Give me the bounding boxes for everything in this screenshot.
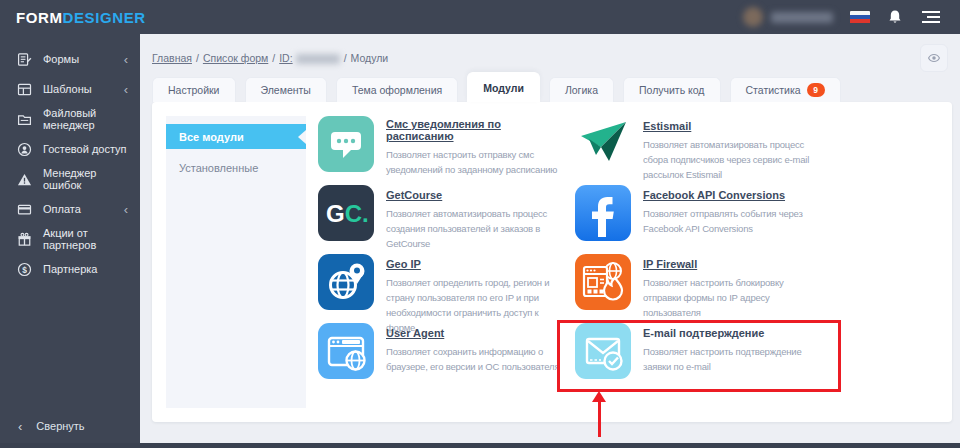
tab-theme[interactable]: Тема оформления [336, 77, 458, 102]
tab-elements[interactable]: Элементы [245, 77, 327, 102]
module-description: Позволяет сохранить информацию о браузер… [386, 344, 563, 374]
tab-modules[interactable]: Модули [467, 72, 540, 102]
module-title-link[interactable]: Geo IP [386, 258, 421, 270]
bottom-edge-strip [0, 443, 960, 448]
module-card-facebook-api: Facebook API Conversions Позволяет отпра… [575, 185, 938, 249]
sidebar-item-label: Шаблоны [43, 83, 92, 95]
module-title[interactable]: E-mail подтверждение [643, 327, 764, 339]
module-description: Позволяет настроить подтверждение заявки… [643, 344, 823, 374]
collapse-label: Свернуть [36, 420, 84, 432]
chevron-left-icon: ‹ [124, 83, 128, 96]
sidebar-item-label: Файловый менеджер [43, 107, 128, 131]
chevron-left-icon: ‹ [124, 203, 128, 216]
sidebar-collapse-button[interactable]: ‹ Свернуть [0, 414, 158, 438]
module-title-link[interactable]: Facebook API Conversions [643, 189, 785, 201]
facebook-icon [575, 185, 631, 241]
templates-icon [16, 81, 32, 97]
sms-schedule-icon [318, 116, 374, 172]
logo-form: FORM [16, 9, 63, 26]
chevron-left-icon: ‹ [18, 419, 22, 434]
ip-firewall-icon [575, 254, 631, 310]
sidebar: FORMDESIGNER Формы ‹ Шаблоны ‹ Файловый … [0, 0, 140, 448]
module-description: Позволяет автоматизировать процесс созда… [386, 206, 563, 251]
chevron-left-icon: ‹ [124, 53, 128, 66]
estismail-paper-plane-icon [575, 116, 631, 172]
breadcrumb-form-id-link[interactable]: ID: [279, 52, 292, 64]
form-id-redacted [296, 54, 340, 64]
filter-installed-modules[interactable]: Установленные [166, 155, 306, 180]
username-redacted [771, 12, 833, 23]
sidebar-item-partner-promos[interactable]: Акции от партнеров [0, 224, 140, 254]
module-title-link[interactable]: Смс уведомления по расписанию [386, 118, 563, 142]
sidebar-item-forms[interactable]: Формы ‹ [0, 44, 140, 74]
sidebar-item-label: Формы [43, 53, 79, 65]
module-card-getcourse: GC. GetCourse Позволяет автоматизировать… [318, 185, 563, 249]
sidebar-item-affiliate[interactable]: $ Партнерка [0, 254, 140, 284]
annotation-red-arrow-up [592, 391, 606, 437]
sidebar-item-label: Гостевой доступ [43, 143, 127, 155]
svg-text:GC.: GC. [326, 200, 369, 227]
language-flag-russia-icon[interactable] [850, 11, 870, 24]
main-content: Главная/Список форм/ID:/Модули Настройки… [140, 34, 960, 448]
module-card-email-confirmation: E-mail подтверждение Позволяет настроить… [575, 323, 938, 387]
module-card-sms-schedule: Смс уведомления по расписанию Позволяет … [318, 116, 563, 180]
error-manager-icon [16, 171, 32, 187]
breadcrumb-current: Модули [351, 52, 389, 64]
modules-grid: Смс уведомления по расписанию Позволяет … [318, 102, 952, 387]
email-confirm-icon [575, 323, 631, 379]
sidebar-item-label: Оплата [43, 203, 81, 215]
module-card-ip-firewall: IP Firewall Позволяет настроить блокиров… [575, 254, 938, 318]
guest-access-icon [16, 141, 32, 157]
module-title-link[interactable]: IP Firewall [643, 258, 697, 270]
modules-filter-menu: Все модули Установленные [166, 116, 306, 408]
filter-all-modules[interactable]: Все модули [166, 124, 306, 149]
modules-panel: Все модули Установленные Смс уведомления… [152, 102, 952, 422]
svg-text:$: $ [22, 264, 27, 274]
breadcrumb-home-link[interactable]: Главная [152, 52, 192, 64]
module-title-link[interactable]: User Agent [386, 327, 444, 339]
user-agent-browser-icon [318, 323, 374, 379]
module-card-user-agent: User Agent Позволяет сохранить информаци… [318, 323, 563, 387]
payment-icon [16, 201, 32, 217]
app-logo: FORMDESIGNER [0, 0, 140, 34]
module-card-geo-ip: Geo IP Позволяет определить город, регио… [318, 254, 563, 318]
module-title-link[interactable]: Estismail [643, 120, 691, 132]
file-manager-icon [16, 111, 32, 127]
module-description: Позволяет настроить блокировку отправки … [643, 275, 823, 320]
sidebar-item-guest-access[interactable]: Гостевой доступ [0, 134, 140, 164]
gift-icon [16, 231, 32, 247]
logo-designer: DESIGNER [63, 9, 146, 26]
sidebar-item-payment[interactable]: Оплата ‹ [0, 194, 140, 224]
sidebar-item-label: Менеджер ошибок [43, 167, 128, 191]
preview-form-button[interactable] [920, 44, 948, 72]
tab-statistics[interactable]: Статистика 9 [730, 77, 841, 102]
module-description: Позволяет отправлять события через Faceb… [643, 206, 823, 236]
tab-get-code[interactable]: Получить код [623, 77, 721, 102]
sidebar-nav: Формы ‹ Шаблоны ‹ Файловый менеджер Гост… [0, 44, 140, 284]
topbar [140, 0, 960, 34]
sidebar-item-templates[interactable]: Шаблоны ‹ [0, 74, 140, 104]
statistics-badge: 9 [807, 83, 825, 97]
breadcrumb-forms-list-link[interactable]: Список форм [203, 52, 268, 64]
bell-icon[interactable] [887, 9, 903, 25]
forms-icon [16, 51, 32, 67]
sidebar-item-file-manager[interactable]: Файловый менеджер [0, 104, 140, 134]
module-description: Позволяет автоматизировать процесс сбора… [643, 137, 823, 182]
hamburger-menu-icon[interactable] [920, 10, 940, 24]
eye-icon [927, 51, 941, 65]
geo-ip-globe-pin-icon [318, 254, 374, 310]
form-tabs: Настройки Элементы Тема оформления Модул… [152, 73, 952, 102]
breadcrumb: Главная/Список форм/ID:/Модули [152, 52, 388, 64]
module-description: Позволяет настроить отправку смс уведомл… [386, 147, 563, 177]
user-menu[interactable] [743, 7, 833, 27]
sidebar-item-label: Партнерка [43, 263, 97, 275]
tab-logic[interactable]: Логика [549, 77, 614, 102]
affiliate-dollar-icon: $ [16, 261, 32, 277]
sidebar-item-label: Акции от партнеров [43, 227, 128, 251]
getcourse-icon: GC. [318, 185, 374, 241]
tab-settings[interactable]: Настройки [152, 77, 236, 102]
sidebar-item-error-manager[interactable]: Менеджер ошибок [0, 164, 140, 194]
module-card-estismail: Estismail Позволяет автоматизировать про… [575, 116, 938, 180]
module-title-link[interactable]: GetCourse [386, 189, 442, 201]
avatar [743, 7, 763, 27]
